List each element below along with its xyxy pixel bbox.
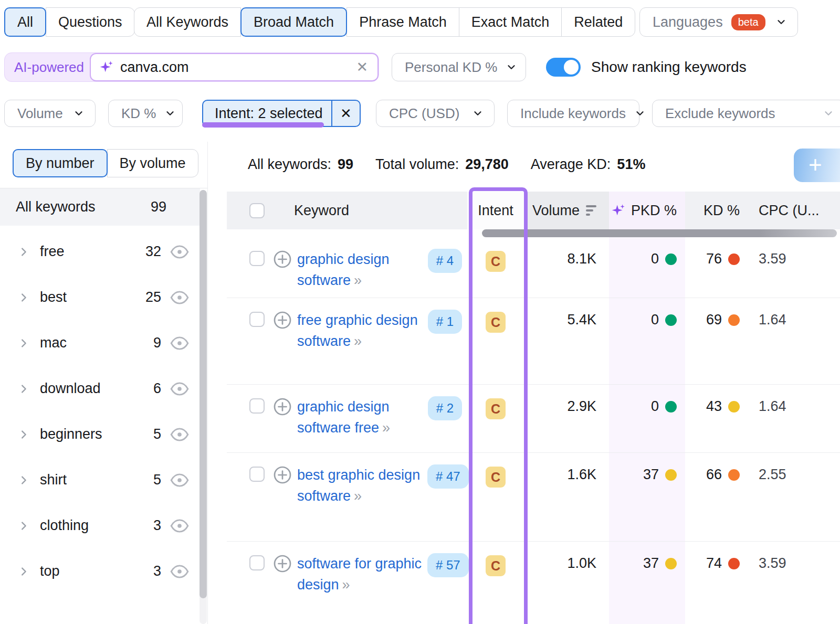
intent-filter-close-icon[interactable]: ✕ [331, 101, 360, 126]
tab-by-number[interactable]: By number [13, 149, 108, 177]
sidebar-scrollbar-thumb[interactable] [200, 190, 207, 598]
volume-value: 5.4K [524, 298, 609, 384]
row-checkbox[interactable] [249, 398, 265, 414]
select-all-checkbox[interactable] [249, 203, 265, 218]
tab-questions[interactable]: Questions [46, 7, 135, 37]
sidebar-item-mac[interactable]: mac 9 [0, 320, 200, 366]
keyword-link[interactable]: free graphic design software» [297, 310, 422, 352]
sidebar-item-top[interactable]: top 3 [0, 548, 200, 594]
sidebar-item-beginners[interactable]: beginners 5 [0, 411, 200, 457]
sidebar-item-clothing[interactable]: clothing 3 [0, 503, 200, 548]
all-keywords-stat-value: 99 [338, 156, 353, 173]
include-keywords-dropdown[interactable]: Include keywords [507, 100, 639, 127]
add-keyword-icon[interactable] [273, 466, 292, 484]
eye-icon[interactable] [170, 564, 190, 579]
group-label: download [40, 380, 101, 397]
ranking-position-badge: # 2 [428, 396, 462, 420]
show-ranking-keywords-toggle[interactable] [546, 58, 581, 77]
kd-difficulty-dot [728, 469, 740, 481]
sidebar-item-download[interactable]: download 6 [0, 366, 200, 411]
toggle-knob [564, 60, 579, 75]
header-intent[interactable]: Intent [467, 192, 524, 229]
keyword-magic-tool-page: All Questions All Keywords Broad Match P… [0, 0, 840, 624]
cpc-value: 1.64 [753, 385, 840, 452]
sidebar-all-keywords-row[interactable]: All keywords 99 [0, 188, 200, 226]
keyword-link[interactable]: graphic design software» [297, 249, 422, 291]
header-pkd[interactable]: PKD % [609, 192, 685, 229]
sidebar-item-free[interactable]: free 32 [0, 229, 200, 274]
languages-dropdown[interactable]: Languages beta [639, 7, 798, 37]
add-to-list-button[interactable]: + [794, 149, 840, 182]
eye-icon[interactable] [170, 335, 190, 351]
languages-label: Languages [653, 14, 723, 30]
ranking-position-badge: # 4 [428, 249, 462, 273]
header-volume[interactable]: Volume [524, 192, 609, 229]
header-keyword[interactable]: Keyword [273, 192, 467, 229]
add-keyword-icon[interactable] [273, 397, 292, 416]
group-count: 3 [153, 563, 161, 579]
row-checkbox[interactable] [249, 555, 265, 570]
kd-filter-dropdown[interactable]: KD % [108, 100, 183, 127]
exclude-keywords-dropdown[interactable]: Exclude keywords [652, 100, 840, 127]
header-cpc[interactable]: CPC (U... [753, 192, 840, 229]
pkd-difficulty-dot [665, 558, 677, 569]
group-count: 6 [153, 380, 161, 397]
group-count: 32 [145, 244, 161, 260]
tab-exact-match[interactable]: Exact Match [459, 7, 562, 37]
tab-phrase-match[interactable]: Phrase Match [346, 7, 459, 37]
intent-commercial-badge: C [486, 467, 506, 488]
search-input[interactable]: canva.com ✕ [90, 53, 379, 81]
pkd-value: 0 [651, 398, 659, 415]
include-keywords-label: Include keywords [520, 105, 626, 122]
keyword-table-body: graphic design software» # 4 C 8.1K 0 76… [227, 237, 840, 624]
table-row: graphic design software free» # 2 C 2.9K… [227, 385, 840, 453]
sparkle-icon [611, 203, 626, 218]
eye-icon[interactable] [170, 244, 190, 260]
group-count: 5 [153, 426, 161, 442]
pkd-value: 37 [643, 467, 659, 483]
intent-commercial-badge: C [486, 555, 506, 576]
volume-value: 1.0K [524, 542, 609, 624]
keyword-text: software for graphic design [297, 556, 422, 593]
sidebar-item-shirt[interactable]: shirt 5 [0, 457, 200, 503]
header-kd[interactable]: KD % [685, 192, 753, 229]
keyword-link[interactable]: best graphic design software» [297, 464, 422, 506]
tab-broad-match[interactable]: Broad Match [240, 7, 347, 37]
row-checkbox[interactable] [249, 312, 265, 327]
eye-icon[interactable] [170, 472, 190, 488]
table-row: best graphic design software» # 47 C 1.6… [227, 453, 840, 542]
tab-all-keywords[interactable]: All Keywords [134, 7, 241, 37]
clear-search-icon[interactable]: ✕ [356, 59, 368, 76]
cpc-filter-dropdown[interactable]: CPC (USD) [376, 100, 495, 127]
cpc-value: 1.64 [753, 298, 840, 384]
ai-powered-label: AI-powered [14, 53, 84, 81]
eye-icon[interactable] [170, 518, 190, 534]
add-keyword-icon[interactable] [273, 311, 292, 330]
row-checkbox[interactable] [249, 467, 265, 482]
group-label: clothing [40, 517, 89, 534]
double-chevron-icon: » [354, 272, 361, 288]
eye-icon[interactable] [170, 290, 190, 305]
chevron-down-icon [634, 108, 646, 119]
kd-difficulty-dot [728, 401, 740, 413]
add-keyword-icon[interactable] [273, 554, 292, 573]
personal-kd-dropdown[interactable]: Personal KD % [392, 53, 526, 81]
row-checkbox[interactable] [249, 251, 265, 266]
volume-filter-dropdown[interactable]: Volume [4, 100, 96, 127]
kd-value: 43 [706, 398, 722, 415]
tab-by-volume[interactable]: By volume [107, 149, 198, 177]
tab-all[interactable]: All [4, 7, 46, 37]
horizontal-scrollbar[interactable] [482, 229, 837, 237]
double-chevron-icon: » [354, 333, 361, 349]
kd-difficulty-dot [728, 253, 740, 265]
summary-stats: All keywords:99 Total volume:29,780 Aver… [248, 156, 645, 173]
kd-value: 69 [706, 312, 722, 328]
sidebar-item-best[interactable]: best 25 [0, 274, 200, 320]
eye-icon[interactable] [170, 381, 190, 397]
volume-value: 2.9K [524, 385, 609, 452]
eye-icon[interactable] [170, 427, 190, 442]
keyword-link[interactable]: software for graphic design» [297, 553, 422, 595]
keyword-link[interactable]: graphic design software free» [297, 396, 422, 438]
tab-related[interactable]: Related [561, 7, 635, 37]
add-keyword-icon[interactable] [273, 250, 292, 269]
